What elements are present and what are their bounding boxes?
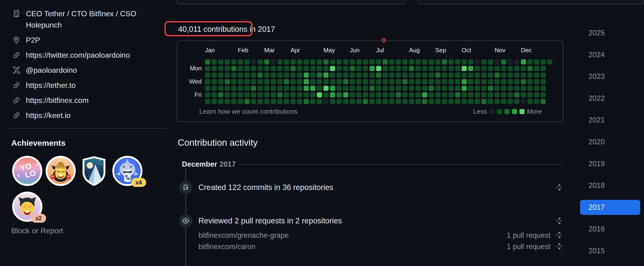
heatmap-day-cell[interactable] xyxy=(389,79,394,84)
heatmap-day-cell[interactable] xyxy=(396,66,401,71)
heatmap-day-cell[interactable] xyxy=(468,79,473,84)
heatmap-day-cell[interactable] xyxy=(534,72,539,78)
heatmap-day-cell[interactable] xyxy=(212,92,217,97)
heatmap-day-cell[interactable] xyxy=(514,72,520,78)
heatmap-day-cell[interactable] xyxy=(547,59,552,65)
heatmap-day-cell[interactable] xyxy=(435,92,440,97)
heatmap-day-cell[interactable] xyxy=(271,66,276,71)
heatmap-day-cell[interactable] xyxy=(481,59,486,65)
heatmap-day-cell[interactable] xyxy=(218,72,223,78)
profile-link-text[interactable]: https://twitter.com/paoloardoino xyxy=(26,49,130,61)
heatmap-day-cell[interactable] xyxy=(225,99,230,104)
heatmap-day-cell[interactable] xyxy=(350,59,355,65)
heatmap-day-cell[interactable] xyxy=(528,79,532,84)
heatmap-day-cell[interactable] xyxy=(494,86,500,91)
badge-yolo[interactable]: YO LO < > xyxy=(11,154,43,188)
heatmap-day-cell[interactable] xyxy=(462,72,467,78)
heatmap-day-cell[interactable] xyxy=(488,86,493,91)
heatmap-day-cell[interactable] xyxy=(277,79,282,84)
heatmap-day-cell[interactable] xyxy=(356,79,362,84)
heatmap-day-cell[interactable] xyxy=(258,86,263,91)
heatmap-day-cell[interactable] xyxy=(310,92,316,97)
heatmap-day-cell[interactable] xyxy=(389,86,394,91)
heatmap-day-cell[interactable] xyxy=(271,59,276,65)
badge-starstruck[interactable]: x2 xyxy=(11,190,43,224)
year-item-2020[interactable]: 2020 xyxy=(580,135,640,150)
heatmap-day-cell[interactable] xyxy=(540,92,546,97)
heatmap-day-cell[interactable] xyxy=(376,59,381,65)
heatmap-day-cell[interactable] xyxy=(317,66,322,71)
heatmap-day-cell[interactable] xyxy=(540,72,546,78)
heatmap-day-cell[interactable] xyxy=(251,59,256,65)
heatmap-day-cell[interactable] xyxy=(284,59,289,65)
heatmap-day-cell[interactable] xyxy=(277,99,282,104)
heatmap-day-cell[interactable] xyxy=(416,79,421,84)
heatmap-day-cell[interactable] xyxy=(514,66,520,71)
heatmap-day-cell[interactable] xyxy=(350,86,355,91)
heatmap-day-cell[interactable] xyxy=(205,99,210,104)
heatmap-day-cell[interactable] xyxy=(336,86,342,91)
heatmap-day-cell[interactable] xyxy=(429,59,434,65)
year-item-2023[interactable]: 2023 xyxy=(580,69,640,84)
heatmap-day-cell[interactable] xyxy=(297,72,302,78)
heatmap-day-cell[interactable] xyxy=(330,59,335,65)
heatmap-day-cell[interactable] xyxy=(422,99,427,104)
heatmap-day-cell[interactable] xyxy=(508,66,513,71)
heatmap-day-cell[interactable] xyxy=(540,79,546,84)
heatmap-day-cell[interactable] xyxy=(304,66,309,71)
heatmap-day-cell[interactable] xyxy=(251,72,256,78)
heatmap-day-cell[interactable] xyxy=(343,79,348,84)
heatmap-day-cell[interactable] xyxy=(442,86,447,91)
heatmap-day-cell[interactable] xyxy=(462,92,467,97)
heatmap-day-cell[interactable] xyxy=(508,79,513,84)
heatmap-day-cell[interactable] xyxy=(521,99,526,104)
heatmap-day-cell[interactable] xyxy=(540,66,546,71)
heatmap-day-cell[interactable] xyxy=(376,79,381,84)
heatmap-day-cell[interactable] xyxy=(488,59,493,65)
badge-pull-shark[interactable]: x4 xyxy=(112,154,143,188)
heatmap-day-cell[interactable] xyxy=(501,92,506,97)
heatmap-day-cell[interactable] xyxy=(481,99,486,104)
heatmap-day-cell[interactable] xyxy=(383,86,388,91)
heatmap-day-cell[interactable] xyxy=(383,59,388,65)
heatmap-day-cell[interactable] xyxy=(422,59,427,65)
heatmap-day-cell[interactable] xyxy=(258,92,263,97)
year-item-2025[interactable]: 2025 xyxy=(580,26,640,41)
heatmap-day-cell[interactable] xyxy=(336,66,342,71)
heatmap-day-cell[interactable] xyxy=(244,79,250,84)
top-input-left[interactable] xyxy=(176,0,406,4)
heatmap-day-cell[interactable] xyxy=(455,99,460,104)
block-or-report-link[interactable]: Block or Report xyxy=(11,226,63,235)
heatmap-day-cell[interactable] xyxy=(416,59,421,65)
heatmap-day-cell[interactable] xyxy=(304,99,309,104)
badge-arctic-code-vault[interactable] xyxy=(78,154,110,188)
heatmap-day-cell[interactable] xyxy=(363,92,368,97)
heatmap-day-cell[interactable] xyxy=(290,99,296,104)
heatmap-day-cell[interactable] xyxy=(324,86,328,91)
heatmap-day-cell[interactable] xyxy=(422,92,427,97)
heatmap-day-cell[interactable] xyxy=(284,86,289,91)
heatmap-day-cell[interactable] xyxy=(218,59,223,65)
heatmap-day-cell[interactable] xyxy=(231,92,236,97)
heatmap-day-cell[interactable] xyxy=(212,99,217,104)
heatmap-day-cell[interactable] xyxy=(534,99,539,104)
heatmap-day-cell[interactable] xyxy=(389,66,394,71)
heatmap-day-cell[interactable] xyxy=(514,99,520,104)
heatmap-day-cell[interactable] xyxy=(521,72,526,78)
heatmap-day-cell[interactable] xyxy=(324,72,328,78)
heatmap-day-cell[interactable] xyxy=(402,66,408,71)
heatmap-day-cell[interactable] xyxy=(534,92,539,97)
heatmap-day-cell[interactable] xyxy=(212,86,217,91)
heatmap-day-cell[interactable] xyxy=(422,72,427,78)
heatmap-day-cell[interactable] xyxy=(264,59,269,65)
heatmap-day-cell[interactable] xyxy=(383,99,388,104)
profile-link-text[interactable]: https://keet.io xyxy=(26,110,70,121)
year-item-2021[interactable]: 2021 xyxy=(580,112,640,127)
heatmap-day-cell[interactable] xyxy=(508,59,513,65)
repo-link-caron[interactable]: bitfinexcom/caron xyxy=(198,242,256,251)
heatmap-day-cell[interactable] xyxy=(304,79,309,84)
heatmap-day-cell[interactable] xyxy=(363,72,368,78)
heatmap-day-cell[interactable] xyxy=(528,66,532,71)
heatmap-day-cell[interactable] xyxy=(225,86,230,91)
heatmap-day-cell[interactable] xyxy=(244,72,250,78)
